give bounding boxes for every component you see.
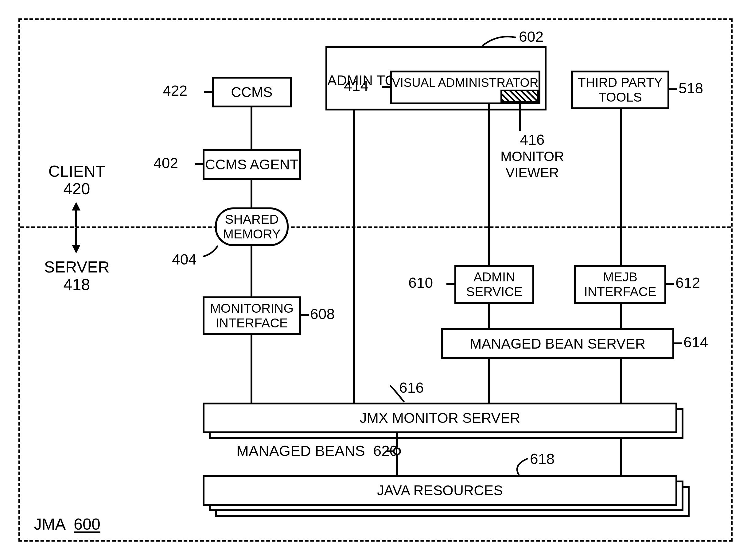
ccms-agent-label: CCMS AGENT	[205, 157, 299, 173]
arrow-down-icon	[72, 245, 80, 254]
jma-ref: 600	[74, 515, 100, 533]
mejb-interface-label: MEJB INTERFACE	[584, 270, 656, 299]
admin-tools-left-line	[353, 111, 355, 403]
mejb-ref: 612	[675, 275, 700, 291]
jmx-monitor-server-label: JMX MONITOR SERVER	[360, 410, 520, 426]
shared-memory-leader	[203, 245, 221, 264]
mejb-interface-box: MEJB INTERFACE	[574, 265, 666, 304]
jma-text: JMA	[34, 515, 65, 533]
arrow-up-icon	[72, 202, 80, 211]
admin-service-box: ADMIN SERVICE	[455, 265, 534, 304]
ccms-ref: 422	[163, 83, 187, 99]
ccms-tick	[204, 91, 212, 93]
admin-service-ref: 610	[408, 275, 433, 291]
client-arrow-stem	[75, 210, 77, 227]
admin-tools-leader	[482, 31, 519, 48]
third-party-label: THIRD PARTY TOOLS	[578, 75, 662, 105]
java-resources-box: JAVA RESOURCES	[203, 475, 677, 506]
monitoring-interface-tick	[301, 314, 309, 316]
third-party-tick	[669, 88, 677, 90]
server-ref: 418	[63, 276, 90, 293]
monitoring-interface-label: MONITORING INTERFACE	[210, 301, 293, 331]
jmx-ref: 616	[399, 380, 424, 396]
admin-service-label: ADMIN SERVICE	[466, 270, 523, 299]
managed-beans-tick	[386, 451, 393, 452]
jma-label-group: JMA 600	[34, 516, 100, 533]
monitor-viewer-label: MONITOR VIEWER	[500, 149, 564, 180]
managed-beans-label: MANAGED BEANS	[236, 443, 365, 459]
server-text: SERVER	[44, 258, 110, 276]
jmx-monitor-server-box: JMX MONITOR SERVER	[203, 403, 677, 433]
ccms-to-agent-line	[251, 107, 252, 149]
shared-memory-label: SHARED MEMORY	[223, 212, 281, 242]
admin-tools-ref: 602	[519, 29, 543, 45]
mejb-tick	[666, 283, 674, 285]
admin-service-tick	[446, 283, 455, 285]
mbs-to-jmx-line-1	[488, 359, 490, 403]
visual-admin-to-admin-service-line	[488, 104, 490, 265]
shared-memory-ref: 404	[172, 252, 196, 268]
client-label: CLIENT 420	[37, 163, 117, 198]
visual-admin-ref: 414	[344, 78, 368, 94]
shared-memory-box: SHARED MEMORY	[215, 207, 289, 246]
server-arrow-stem	[75, 228, 77, 245]
mbs-tick	[674, 342, 682, 344]
third-party-to-mejb-line	[620, 109, 622, 265]
ccms-agent-ref: 402	[154, 155, 178, 172]
monitoring-interface-box: MONITORING INTERFACE	[203, 296, 301, 335]
third-party-ref: 518	[678, 80, 703, 97]
ccms-label: CCMS	[231, 84, 272, 100]
java-resources-label: JAVA RESOURCES	[377, 482, 503, 499]
diagram-canvas: CLIENT 420 SERVER 418 JMA 600 CCMS 422 C…	[0, 0, 751, 560]
visual-admin-label: VISUAL ADMINISTRATOR	[392, 76, 538, 89]
managed-beans-label-group: MANAGED BEANS 620	[236, 443, 398, 459]
monitor-viewer-leader-line	[519, 104, 521, 131]
monitor-viewer-ref: 416	[520, 132, 544, 148]
managed-bean-server-label: MANAGED BEAN SERVER	[470, 336, 646, 352]
monitor-to-jmx-line	[251, 335, 252, 403]
mejb-to-mbs-line	[620, 304, 622, 328]
mbs-ref: 614	[683, 335, 708, 351]
third-party-box: THIRD PARTY TOOLS	[571, 71, 669, 109]
admin-service-to-mbs-line	[488, 304, 490, 328]
monitor-viewer-label-group: 416 MONITOR VIEWER	[500, 132, 564, 180]
server-label: SERVER 418	[37, 258, 117, 293]
shared-to-monitor-line	[251, 246, 252, 296]
ccms-box: CCMS	[212, 77, 292, 107]
managed-bean-server-box: MANAGED BEAN SERVER	[441, 328, 674, 359]
client-ref: 420	[63, 180, 90, 198]
monitoring-interface-ref: 608	[310, 306, 335, 322]
monitor-viewer-hatched	[500, 89, 539, 102]
visual-admin-tick	[382, 86, 390, 88]
ccms-agent-box: CCMS AGENT	[203, 149, 301, 180]
agent-to-shared-line	[251, 180, 252, 207]
java-resources-ref: 618	[530, 451, 555, 467]
client-text: CLIENT	[49, 162, 105, 180]
ccms-agent-tick	[195, 163, 203, 165]
client-server-divider	[20, 226, 731, 228]
